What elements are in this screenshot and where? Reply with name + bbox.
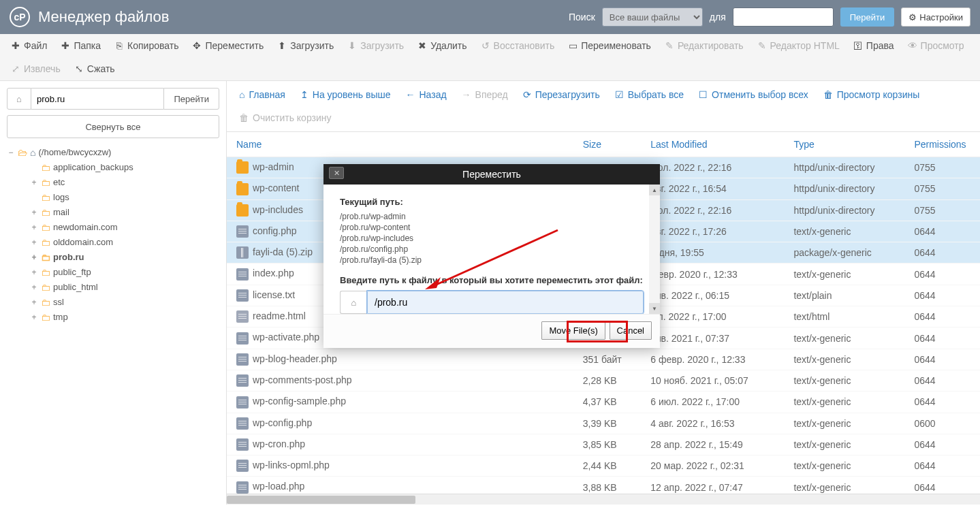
tree-item[interactable]: +🗀etc bbox=[7, 175, 219, 190]
search-label: Поиск bbox=[569, 12, 595, 22]
col-type[interactable]: Type bbox=[784, 132, 904, 157]
delete-button[interactable]: ✖Удалить bbox=[411, 34, 473, 57]
tree-item[interactable]: +🗀newdomain.com bbox=[7, 220, 219, 235]
file-size: 2,28 KB bbox=[573, 370, 642, 391]
empty-trash-button[interactable]: 🗑Очистить корзину bbox=[232, 107, 338, 129]
expand-icon[interactable]: + bbox=[30, 265, 38, 280]
move-confirm-button[interactable]: Move File(s) bbox=[541, 321, 605, 340]
collapse-all-button[interactable]: Свернуть все bbox=[7, 115, 219, 138]
reload-button[interactable]: ⟳Перезагрузить bbox=[516, 84, 607, 106]
select-all-button[interactable]: ☑Выбрать все bbox=[608, 84, 691, 106]
cancel-button[interactable]: Cancel bbox=[610, 321, 652, 340]
expand-icon[interactable]: + bbox=[30, 310, 38, 325]
dialog-header[interactable]: ✕ Переместить bbox=[323, 164, 660, 185]
table-row[interactable]: wp-blog-header.php351 байт6 февр. 2020 г… bbox=[227, 349, 980, 370]
back-button[interactable]: ←Назад bbox=[398, 84, 453, 106]
table-row[interactable]: wp-load.php3,88 KB12 апр. 2022 г., 07:47… bbox=[227, 477, 980, 494]
file-permissions: 0644 bbox=[904, 327, 980, 349]
expand-icon[interactable]: + bbox=[30, 250, 38, 265]
file-modified: авг. 2022 г., 17:26 bbox=[641, 221, 784, 242]
tree-root[interactable]: − 🗁 ⌂ (/home/bwcycxzw) bbox=[7, 145, 219, 160]
extract-button[interactable]: ⤢Извлечь bbox=[4, 57, 67, 80]
expand-icon[interactable]: + bbox=[30, 280, 38, 295]
dest-path-input[interactable] bbox=[367, 291, 644, 314]
expand-icon[interactable]: + bbox=[30, 220, 38, 235]
restore-button[interactable]: ↺Восстановить bbox=[474, 34, 562, 57]
col-permissions[interactable]: Permissions bbox=[904, 132, 980, 157]
edit-button[interactable]: ✎Редактировать bbox=[658, 34, 750, 57]
forward-button[interactable]: →Вперед bbox=[455, 84, 515, 106]
file-permissions: 0644 bbox=[904, 391, 980, 413]
tree-item[interactable]: 🗀application_backups bbox=[7, 160, 219, 175]
html-editor-button[interactable]: ✎Редактор HTML bbox=[750, 34, 847, 57]
file-permissions: 0644 bbox=[904, 263, 980, 285]
expand-icon[interactable]: + bbox=[30, 295, 38, 310]
collapse-icon[interactable]: − bbox=[7, 145, 15, 160]
view-trash-button[interactable]: 🗑Просмотр корзины bbox=[817, 84, 927, 106]
up-button[interactable]: ↥На уровень выше bbox=[294, 84, 398, 106]
deselect-all-button[interactable]: ☐Отменить выбор всех bbox=[692, 84, 815, 106]
path-input[interactable] bbox=[31, 88, 163, 110]
settings-button[interactable]: ⚙Настройки bbox=[901, 7, 970, 27]
upload-button[interactable]: ⬆Загрузить bbox=[270, 34, 341, 57]
table-row[interactable]: wp-cron.php3,85 KB28 апр. 2022 г., 15:49… bbox=[227, 434, 980, 455]
search-scope-select[interactable]: Все ваши файлы bbox=[602, 7, 703, 27]
dest-home-button[interactable]: ⌂ bbox=[340, 291, 367, 314]
table-row[interactable]: wp-config.php3,39 KB4 авг. 2022 г., 16:5… bbox=[227, 413, 980, 434]
compress-button[interactable]: ⤡Сжать bbox=[67, 57, 122, 80]
folder-icon: 🗀 bbox=[41, 265, 50, 280]
file-size: 3,88 KB bbox=[573, 477, 642, 494]
file-icon bbox=[236, 481, 249, 494]
table-row[interactable]: wp-links-opml.php2,44 KB20 мар. 2022 г.,… bbox=[227, 455, 980, 477]
view-button[interactable]: 👁Просмотр bbox=[901, 34, 971, 57]
plus-icon: ✚ bbox=[61, 41, 70, 50]
file-modified: 20 мар. 2022 г., 02:31 bbox=[641, 455, 784, 477]
folder-icon: 🗀 bbox=[41, 205, 50, 220]
dialog-scrollbar[interactable]: ▲▼ bbox=[649, 185, 660, 314]
file-type: text/x-generic bbox=[784, 391, 904, 413]
tree-item[interactable]: 🗀logs bbox=[7, 190, 219, 205]
copy-icon: ⎘ bbox=[114, 41, 124, 50]
file-type: httpd/unix-directory bbox=[784, 199, 904, 221]
col-size[interactable]: Size bbox=[573, 132, 642, 157]
table-row[interactable]: wp-comments-post.php2,28 KB10 нояб. 2021… bbox=[227, 370, 980, 391]
table-row[interactable]: wp-config-sample.php4,37 KB6 июл. 2022 г… bbox=[227, 391, 980, 413]
horizontal-scrollbar[interactable] bbox=[227, 494, 980, 505]
tree-item-label: mail bbox=[53, 205, 69, 220]
tree-item[interactable]: +🗀ssl bbox=[7, 295, 219, 310]
delete-icon: ✖ bbox=[417, 41, 427, 50]
file-modified: 10 нояб. 2021 г., 05:07 bbox=[641, 370, 784, 391]
key-icon: ⚿ bbox=[853, 41, 863, 50]
expand-icon[interactable]: + bbox=[30, 205, 38, 220]
search-input[interactable] bbox=[733, 7, 834, 27]
file-icon bbox=[236, 438, 249, 451]
file-type: package/x-generic bbox=[784, 242, 904, 263]
expand-icon[interactable]: + bbox=[30, 175, 38, 190]
home-button[interactable]: ⌂Главная bbox=[232, 84, 292, 106]
tree-item[interactable]: +🗀mail bbox=[7, 205, 219, 220]
col-modified[interactable]: Last Modified bbox=[641, 132, 784, 157]
tree-item[interactable]: +🗀public_html bbox=[7, 280, 219, 295]
search-go-button[interactable]: Перейти bbox=[840, 7, 895, 27]
col-name[interactable]: Name bbox=[227, 132, 573, 157]
file-type: text/x-generic bbox=[784, 263, 904, 285]
tree-item[interactable]: +🗀prob.ru bbox=[7, 250, 219, 265]
dialog-close-button[interactable]: ✕ bbox=[329, 167, 344, 179]
permissions-button[interactable]: ⚿Права bbox=[847, 34, 901, 57]
move-button[interactable]: ✥Переместить bbox=[185, 34, 270, 57]
file-button[interactable]: ✚Файл bbox=[4, 34, 54, 57]
for-label: для bbox=[710, 12, 726, 22]
path-home-button[interactable]: ⌂ bbox=[7, 88, 31, 110]
copy-button[interactable]: ⎘Копировать bbox=[108, 34, 185, 57]
rename-icon: ▭ bbox=[568, 41, 578, 50]
expand-icon[interactable]: + bbox=[30, 235, 38, 250]
folder-button[interactable]: ✚Папка bbox=[54, 34, 108, 57]
download-button[interactable]: ⬇Загрузить bbox=[341, 34, 411, 57]
path-go-button[interactable]: Перейти bbox=[163, 88, 219, 110]
file-name: wp-includes bbox=[253, 204, 303, 215]
file-size: 3,39 KB bbox=[573, 413, 642, 434]
tree-item[interactable]: +🗀public_ftp bbox=[7, 265, 219, 280]
tree-item[interactable]: +🗀tmp bbox=[7, 310, 219, 325]
rename-button[interactable]: ▭Переименовать bbox=[561, 34, 658, 57]
tree-item[interactable]: +🗀olddomain.com bbox=[7, 235, 219, 250]
